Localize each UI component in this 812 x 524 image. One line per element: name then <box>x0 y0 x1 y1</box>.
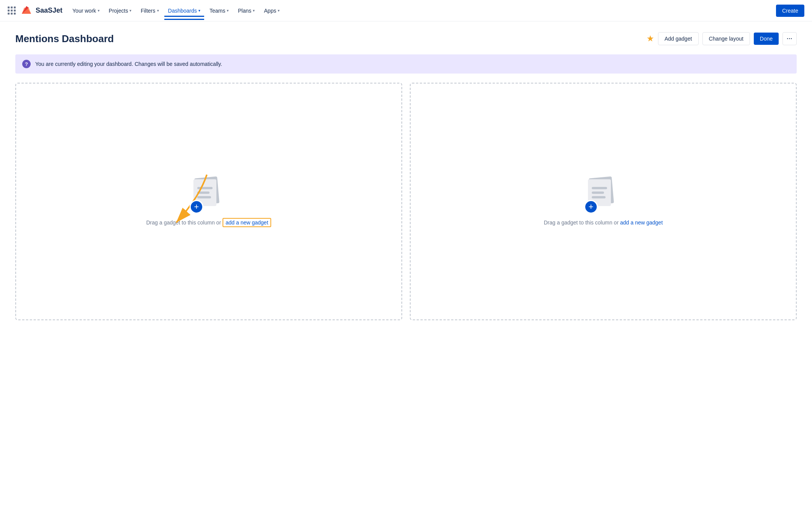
logo-icon <box>20 5 33 17</box>
nav-item-filters[interactable]: Filters ▾ <box>137 5 162 17</box>
nav-item-wrapper-your-work: Your work ▾ <box>69 5 103 17</box>
grid-dot <box>8 13 10 15</box>
page-header: Mentions Dashboard ★ Add gadget Change l… <box>15 32 797 45</box>
add-new-gadget-link-2[interactable]: add a new gadget <box>620 219 663 226</box>
column-1-text: Drag a gadget to this column or add a ne… <box>146 219 272 226</box>
dashboard-columns: + Drag a gadget to this column or add a … <box>15 83 797 320</box>
grid-dot <box>11 7 13 8</box>
navbar: SaaSJet Your work ▾ Projects ▾ Filters ▾… <box>0 0 812 21</box>
gadget-placeholder-icon-2: + <box>586 177 620 212</box>
chevron-down-icon: ▾ <box>129 8 131 13</box>
grid-dot <box>11 13 13 15</box>
add-new-gadget-link-1[interactable]: add a new gadget <box>223 218 271 227</box>
done-button[interactable]: Done <box>754 33 779 45</box>
chevron-down-icon: ▾ <box>157 8 159 13</box>
grid-dot <box>14 13 16 15</box>
nav-item-wrapper-dashboards: Dashboards ▾ <box>164 5 205 17</box>
create-button[interactable]: Create <box>776 5 804 17</box>
nav-item-wrapper-teams: Teams ▾ <box>206 5 232 17</box>
paper-line <box>592 196 606 198</box>
chevron-down-icon: ▾ <box>98 8 100 13</box>
nav-item-dashboards[interactable]: Dashboards ▾ <box>164 5 205 17</box>
column-2-text: Drag a gadget to this column or add a ne… <box>544 219 663 226</box>
logo-text: SaaSJet <box>36 7 62 15</box>
apps-grid-icon[interactable] <box>8 7 16 15</box>
grid-dot <box>14 7 16 8</box>
add-gadget-button[interactable]: Add gadget <box>658 32 699 45</box>
nav-item-wrapper-projects: Projects ▾ <box>105 5 136 17</box>
page-title: Mentions Dashboard <box>15 33 114 45</box>
nav-items: Your work ▾ Projects ▾ Filters ▾ Dashboa… <box>69 5 422 17</box>
star-icon[interactable]: ★ <box>647 34 654 44</box>
grid-dot <box>8 7 10 8</box>
gadget-placeholder-icon-1: + <box>192 177 226 212</box>
logo[interactable]: SaaSJet <box>20 5 62 17</box>
nav-item-projects[interactable]: Projects ▾ <box>105 5 136 17</box>
add-gadget-plus-icon-2[interactable]: + <box>584 200 598 214</box>
dashboard-column-1: + Drag a gadget to this column or add a … <box>15 83 402 320</box>
info-banner: ? You are currently editing your dashboa… <box>15 54 797 74</box>
chevron-down-icon: ▾ <box>253 8 255 13</box>
info-icon: ? <box>22 60 31 68</box>
paper-line <box>197 187 213 189</box>
grid-dot <box>8 10 10 11</box>
paper-line <box>592 192 604 194</box>
nav-item-wrapper-plans: Plans ▾ <box>234 5 259 17</box>
nav-item-wrapper-filters: Filters ▾ <box>137 5 162 17</box>
nav-item-your-work[interactable]: Your work ▾ <box>69 5 103 17</box>
add-gadget-plus-icon-1[interactable]: + <box>190 200 203 214</box>
chevron-down-icon: ▾ <box>278 8 280 13</box>
chevron-down-icon: ▾ <box>198 8 200 13</box>
paper-line <box>592 187 607 189</box>
nav-item-wrapper-apps: Apps ▾ <box>260 5 283 17</box>
paper-line <box>197 192 210 194</box>
grid-dot <box>11 10 13 11</box>
dashboard-column-2: + Drag a gadget to this column or add a … <box>410 83 797 320</box>
nav-item-apps[interactable]: Apps ▾ <box>260 5 283 17</box>
grid-dot <box>14 10 16 11</box>
main-content: Mentions Dashboard ★ Add gadget Change l… <box>0 21 812 331</box>
header-actions: ★ Add gadget Change layout Done ··· <box>647 32 797 45</box>
nav-item-plans[interactable]: Plans ▾ <box>234 5 259 17</box>
chevron-down-icon: ▾ <box>227 8 229 13</box>
change-layout-button[interactable]: Change layout <box>702 32 750 45</box>
paper-line <box>197 196 211 198</box>
more-options-button[interactable]: ··· <box>783 32 797 45</box>
nav-item-teams[interactable]: Teams ▾ <box>206 5 232 17</box>
banner-text: You are currently editing your dashboard… <box>35 61 222 67</box>
